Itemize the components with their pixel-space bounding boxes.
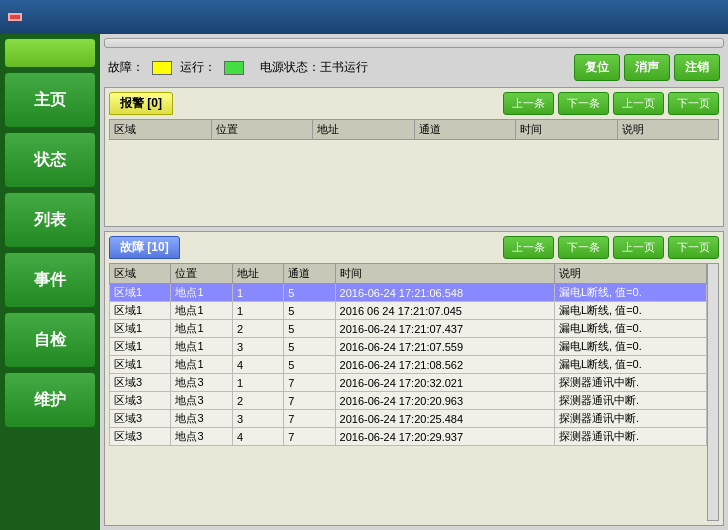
sidebar-item-maintain[interactable]: 维护 bbox=[4, 372, 96, 428]
fault-cell-2-2: 2 bbox=[232, 320, 283, 338]
fault-cell-5-1: 地点3 bbox=[171, 374, 232, 392]
fault-cell-1-2: 1 bbox=[232, 302, 283, 320]
fault-cell-0-2: 1 bbox=[232, 284, 283, 302]
fault-cell-7-3: 7 bbox=[284, 410, 335, 428]
fault-next-btn[interactable]: 下一条 bbox=[558, 236, 609, 259]
content-area: 故障： 运行： 电源状态：王书运行 复位 消声 注销 报警 [0] 上一条 下一… bbox=[100, 34, 728, 530]
fault-cell-8-4: 2016-06-24 17:20:29.937 bbox=[335, 428, 554, 446]
fault-cell-3-2: 3 bbox=[232, 338, 283, 356]
fault-cell-5-0: 区域3 bbox=[110, 374, 171, 392]
fault-cell-6-4: 2016-06-24 17:20:20.963 bbox=[335, 392, 554, 410]
alert-prev-page-btn[interactable]: 上一页 bbox=[613, 92, 664, 115]
fault-cell-6-1: 地点3 bbox=[171, 392, 232, 410]
col-desc: 说明 bbox=[617, 120, 719, 140]
fault-table-scroll[interactable]: 区域 位置 地址 通道 时间 说明 区域1地点1152016-06-24 17:… bbox=[109, 263, 707, 521]
alert-table: 区域 位置 地址 通道 时间 说明 bbox=[109, 119, 719, 140]
fault-tab[interactable]: 故障 [10] bbox=[109, 236, 180, 259]
fault-col-time: 时间 bbox=[335, 264, 554, 284]
fault-cell-3-3: 5 bbox=[284, 338, 335, 356]
fault-cell-6-3: 7 bbox=[284, 392, 335, 410]
fault-cell-6-0: 区域3 bbox=[110, 392, 171, 410]
fault-prev-btn[interactable]: 上一条 bbox=[503, 236, 554, 259]
table-row[interactable]: 区域3地点3472016-06-24 17:20:29.937探测器通讯中断. bbox=[110, 428, 707, 446]
fault-col-addr: 地址 bbox=[232, 264, 283, 284]
fault-cell-0-4: 2016-06-24 17:21:06.548 bbox=[335, 284, 554, 302]
fault-cell-4-1: 地点1 bbox=[171, 356, 232, 374]
table-row[interactable]: 区域3地点3172016-06-24 17:20:32.021探测器通讯中断. bbox=[110, 374, 707, 392]
title-bar bbox=[0, 0, 728, 34]
main-layout: 主页 状态 列表 事件 自检 维护 故障： 运行： 电源状态：王书运行 复位 消… bbox=[0, 34, 728, 530]
sidebar: 主页 状态 列表 事件 自检 维护 bbox=[0, 34, 100, 530]
fault-cell-4-3: 5 bbox=[284, 356, 335, 374]
fault-section: 故障 [10] 上一条 下一条 上一页 下一页 区域 位置 地址 bbox=[104, 231, 724, 526]
table-row[interactable]: 区域1地点1352016-06-24 17:21:07.559漏电L断线, 值=… bbox=[110, 338, 707, 356]
fault-scrollbar[interactable] bbox=[707, 263, 719, 521]
fault-cell-5-2: 1 bbox=[232, 374, 283, 392]
fault-cell-3-5: 漏电L断线, 值=0. bbox=[554, 338, 706, 356]
alert-next-btn[interactable]: 下一条 bbox=[558, 92, 609, 115]
table-row[interactable]: 区域1地点1152016 06 24 17:21:07.045漏电L断线, 值=… bbox=[110, 302, 707, 320]
fault-cell-8-2: 4 bbox=[232, 428, 283, 446]
fault-col-location: 位置 bbox=[171, 264, 232, 284]
fault-cell-8-1: 地点3 bbox=[171, 428, 232, 446]
sidebar-item-list[interactable]: 列表 bbox=[4, 192, 96, 248]
fault-cell-2-3: 5 bbox=[284, 320, 335, 338]
version-text bbox=[4, 522, 96, 526]
fault-cell-5-4: 2016-06-24 17:20:32.021 bbox=[335, 374, 554, 392]
fault-cell-0-0: 区域1 bbox=[110, 284, 171, 302]
status-row: 故障： 运行： 电源状态：王书运行 复位 消声 注销 bbox=[104, 52, 724, 83]
fault-cell-3-0: 区域1 bbox=[110, 338, 171, 356]
mute-button[interactable]: 消声 bbox=[624, 54, 670, 81]
fault-prev-page-btn[interactable]: 上一页 bbox=[613, 236, 664, 259]
fault-cell-7-0: 区域3 bbox=[110, 410, 171, 428]
sidebar-item-home[interactable]: 主页 bbox=[4, 72, 96, 128]
col-channel: 通道 bbox=[414, 120, 516, 140]
power-label: 电源状态：王书运行 bbox=[260, 59, 368, 76]
fault-cell-2-1: 地点1 bbox=[171, 320, 232, 338]
fault-cell-6-5: 探测器通讯中断. bbox=[554, 392, 706, 410]
alert-section: 报警 [0] 上一条 下一条 上一页 下一页 区域 位置 地址 通道 时间 bbox=[104, 87, 724, 227]
table-row[interactable]: 区域1地点1452016-06-24 17:21:08.562漏电L断线, 值=… bbox=[110, 356, 707, 374]
col-time: 时间 bbox=[516, 120, 618, 140]
fault-header: 故障 [10] 上一条 下一条 上一页 下一页 bbox=[109, 236, 719, 259]
col-area: 区域 bbox=[110, 120, 212, 140]
logout-button[interactable]: 注销 bbox=[674, 54, 720, 81]
table-row[interactable]: 区域3地点3372016-06-24 17:20:25.484探测器通讯中断. bbox=[110, 410, 707, 428]
page-title bbox=[104, 38, 724, 48]
table-row[interactable]: 区域1地点1252016-06-24 17:21:07.437漏电L断线, 值=… bbox=[110, 320, 707, 338]
logo-area bbox=[8, 13, 28, 21]
sidebar-item-status[interactable]: 状态 bbox=[4, 132, 96, 188]
alert-tab[interactable]: 报警 [0] bbox=[109, 92, 173, 115]
fault-next-page-btn[interactable]: 下一页 bbox=[668, 236, 719, 259]
fault-col-channel: 通道 bbox=[284, 264, 335, 284]
table-row[interactable]: 区域1地点1152016-06-24 17:21:06.548漏电L断线, 值=… bbox=[110, 284, 707, 302]
fault-cell-0-5: 漏电L断线, 值=0. bbox=[554, 284, 706, 302]
fault-cell-4-4: 2016-06-24 17:21:08.562 bbox=[335, 356, 554, 374]
sidebar-item-event[interactable]: 事件 bbox=[4, 252, 96, 308]
fault-cell-5-5: 探测器通讯中断. bbox=[554, 374, 706, 392]
fault-cell-8-5: 探测器通讯中断. bbox=[554, 428, 706, 446]
fault-label: 故障： bbox=[108, 59, 144, 76]
fault-cell-2-5: 漏电L断线, 值=0. bbox=[554, 320, 706, 338]
reset-button[interactable]: 复位 bbox=[574, 54, 620, 81]
fault-cell-1-1: 地点1 bbox=[171, 302, 232, 320]
action-buttons: 复位 消声 注销 bbox=[574, 54, 720, 81]
fault-cell-0-1: 地点1 bbox=[171, 284, 232, 302]
fault-cell-1-5: 漏电L断线, 值=0. bbox=[554, 302, 706, 320]
fault-table: 区域 位置 地址 通道 时间 说明 区域1地点1152016-06-24 17:… bbox=[109, 263, 707, 446]
fault-cell-7-2: 3 bbox=[232, 410, 283, 428]
fault-cell-4-5: 漏电L断线, 值=0. bbox=[554, 356, 706, 374]
fault-cell-7-4: 2016-06-24 17:20:25.484 bbox=[335, 410, 554, 428]
alert-prev-btn[interactable]: 上一条 bbox=[503, 92, 554, 115]
sidebar-item-selfcheck[interactable]: 自检 bbox=[4, 312, 96, 368]
table-row[interactable]: 区域3地点3272016-06-24 17:20:20.963探测器通讯中断. bbox=[110, 392, 707, 410]
fault-cell-5-3: 7 bbox=[284, 374, 335, 392]
alert-next-page-btn[interactable]: 下一页 bbox=[668, 92, 719, 115]
run-indicator bbox=[224, 61, 244, 75]
alert-header: 报警 [0] 上一条 下一条 上一页 下一页 bbox=[109, 92, 719, 115]
fault-cell-8-3: 7 bbox=[284, 428, 335, 446]
fault-cell-1-3: 5 bbox=[284, 302, 335, 320]
fault-table-body: 区域1地点1152016-06-24 17:21:06.548漏电L断线, 值=… bbox=[110, 284, 707, 446]
sidebar-func-label bbox=[4, 38, 96, 68]
run-label: 运行： bbox=[180, 59, 216, 76]
